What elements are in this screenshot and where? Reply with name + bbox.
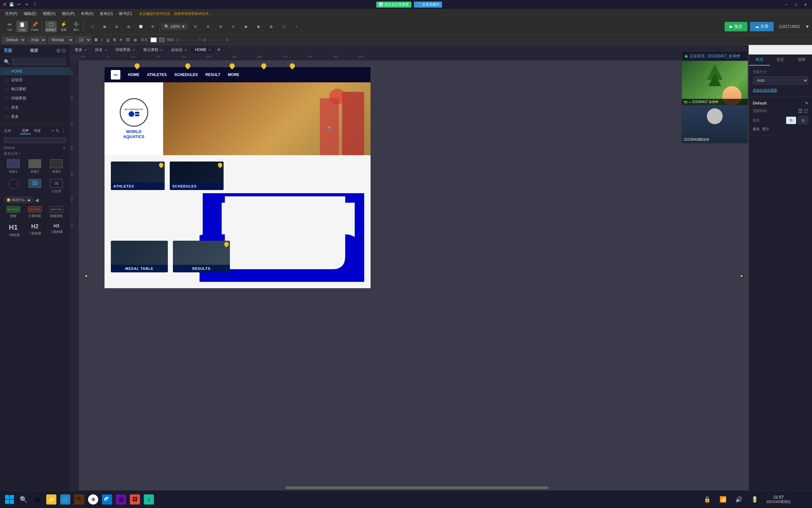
adaptive-view-link[interactable]: 添加自适应视图	[753, 88, 777, 92]
comp-image[interactable]: 🖼	[25, 178, 44, 195]
nav-schedules[interactable]: SCHEDULES	[174, 73, 198, 77]
pos-btn7[interactable]: ▧	[266, 21, 277, 32]
tab-athletes[interactable]: 运动员 ✕	[167, 46, 190, 54]
menu-layout[interactable]: 布局(A)	[78, 10, 96, 17]
tab-detail-close[interactable]: ✕	[132, 48, 135, 52]
tab-more-close[interactable]: ✕	[84, 48, 87, 52]
bold-button[interactable]: B	[93, 37, 99, 43]
menu-project[interactable]: 项目(P)	[59, 10, 77, 17]
tray-sound[interactable]: 🔊	[732, 493, 746, 506]
align-left-btn[interactable]: ⬛	[87, 21, 98, 32]
comp-main-btn[interactable]: BUTTON 主要按钮	[25, 205, 44, 219]
outline-title[interactable]: 概要	[30, 48, 38, 53]
taskbar-globe[interactable]: 🌐	[58, 493, 72, 506]
insert-button[interactable]: ➕ 插入	[71, 21, 82, 32]
canvas-scrollbar-thumb-h[interactable]	[286, 486, 549, 489]
add-page-icon[interactable]: ⊞	[56, 47, 60, 53]
align-center-btn[interactable]: ▦	[99, 21, 110, 32]
pos-btn8[interactable]: ⬛	[279, 21, 290, 32]
page-athletes[interactable]: ▢ 运动员	[0, 75, 70, 85]
tray-app1[interactable]: 🔒	[700, 493, 714, 506]
show-desktop-btn[interactable]	[796, 493, 809, 506]
pos-btn1[interactable]: ⊟	[190, 21, 201, 32]
minimize-button[interactable]: ─	[782, 1, 790, 8]
comp-link-btn[interactable]: BUTTON 链接按钮	[47, 205, 66, 219]
page-more[interactable]: ▢ 更多	[0, 112, 70, 121]
comp-rect2[interactable]: 矩形2	[25, 158, 44, 175]
tab-home-close[interactable]: ✕	[208, 48, 211, 52]
comp-h1[interactable]: H1 一级标题	[4, 222, 23, 239]
tooltip-chip[interactable]: 😊 说点什么... ▶	[4, 197, 34, 203]
page-detail[interactable]: ▢ 详细界面	[0, 94, 70, 103]
preview-button[interactable]: ▶ 预览	[725, 22, 747, 31]
taskbar-chrome[interactable]: ⊕	[86, 493, 100, 506]
share-button[interactable]: ☁ 共享	[750, 22, 774, 31]
nav-home[interactable]: HOME	[128, 73, 139, 77]
tab-ranking-close[interactable]: ✕	[104, 48, 107, 52]
taskbar-more-apps[interactable]: ▦	[114, 493, 128, 506]
strikethrough-button[interactable]: S	[112, 37, 118, 43]
comp-add-icon[interactable]: +	[51, 128, 54, 134]
taskbar-files[interactable]: 📁	[44, 493, 58, 506]
text-style-select[interactable]: Normal	[48, 36, 74, 43]
comp-btn[interactable]: BUTTON 按钮	[4, 205, 23, 219]
menu-view[interactable]: 视图(V)	[40, 10, 58, 17]
tab-detail[interactable]: 详细界面 ✕	[112, 46, 139, 54]
pos-btn2[interactable]: ⊞	[202, 21, 214, 32]
align-right-btn[interactable]: ▥	[111, 21, 122, 32]
taskbar-photos[interactable]: 🖼	[128, 493, 142, 506]
page-schedule[interactable]: ▢ 每日赛程	[0, 85, 70, 94]
italic-button[interactable]: I	[100, 37, 104, 43]
comp-search-input[interactable]	[4, 137, 66, 143]
comp-edit-icon[interactable]: ✎	[55, 128, 59, 134]
wa-medal-card[interactable]: MEDAL TABLE	[111, 241, 168, 272]
page-menu-icon[interactable]: ⊡	[62, 47, 66, 53]
comp-h3[interactable]: H3 三级标题	[47, 222, 66, 239]
tab-ranking[interactable]: 排名 ✕	[91, 46, 111, 54]
comp-tab-mother[interactable]: 母版	[32, 128, 43, 134]
menu-edit[interactable]: 编辑(E)	[21, 10, 39, 17]
color-label[interactable]: 颜色	[753, 127, 760, 131]
wa-athletes-card[interactable]: ATHLETES	[111, 162, 165, 190]
fill-image-option[interactable]: 🖼	[798, 117, 808, 124]
edit-icon[interactable]: ✎	[805, 101, 808, 105]
font-select[interactable]: Arial	[28, 36, 46, 43]
menu-publish[interactable]: 发布(U)	[97, 10, 115, 17]
comp-tab-default[interactable]: 元件	[20, 128, 31, 134]
pos-btn4[interactable]: ⊡	[228, 21, 239, 32]
canvas-prev-btn[interactable]: ◀	[82, 272, 89, 279]
tab-home[interactable]: HOME ✕	[191, 46, 215, 53]
menu-account[interactable]: 账号(C)	[117, 10, 135, 17]
fill-color-swatch[interactable]	[151, 37, 157, 42]
canvas-next-btn[interactable]: ▶	[738, 272, 745, 279]
align-r-btn[interactable]: ≣	[132, 37, 139, 43]
nav-more[interactable]: MORE	[228, 73, 240, 77]
underline-button[interactable]: U	[105, 37, 111, 43]
tab-schedule-close[interactable]: ✕	[160, 48, 163, 52]
tray-battery[interactable]: 🔋	[748, 493, 762, 506]
tabs-overflow-icon[interactable]: ▼	[217, 47, 221, 52]
dist-h-btn[interactable]: ▤	[123, 21, 134, 32]
pages-title[interactable]: 页面	[4, 48, 12, 53]
comp-rect3[interactable]: 矩形3	[47, 158, 66, 175]
group-btn[interactable]: ⊞	[147, 21, 158, 32]
taskbar-edge[interactable]: 🌊	[100, 493, 114, 506]
nav-athletes[interactable]: ATHLETES	[147, 73, 167, 77]
tab-schedule[interactable]: 每日赛程 ✕	[139, 46, 167, 54]
col-center-icon[interactable]: ☷	[804, 108, 808, 114]
cut-button[interactable]: ✂ Cut	[4, 21, 15, 32]
props-tab-notes[interactable]: 说明	[791, 54, 812, 66]
paste-button[interactable]: 📌 Paste	[29, 21, 41, 32]
tray-wifi[interactable]: 📶	[716, 493, 730, 506]
taskbar-minecraft[interactable]: ⛏	[72, 493, 86, 506]
comp-group-toggle[interactable]: ▲	[62, 146, 66, 150]
taskbar-music[interactable]: ♪	[142, 493, 156, 506]
wa-schedules-card[interactable]: SCHEDULES	[170, 162, 224, 190]
comp-mail[interactable]: ✉ 占位符	[47, 178, 66, 195]
w-value[interactable]	[208, 39, 224, 41]
font-size-select[interactable]: 13	[75, 36, 91, 43]
zoom-control[interactable]: 🔍 100% ▼	[162, 23, 188, 30]
taskbar-search[interactable]: 🔍	[16, 493, 30, 506]
canvas-area[interactable]: -100 0 100 200 300 400 500 600 700 800 9…	[70, 54, 749, 490]
start-button[interactable]	[3, 493, 16, 506]
